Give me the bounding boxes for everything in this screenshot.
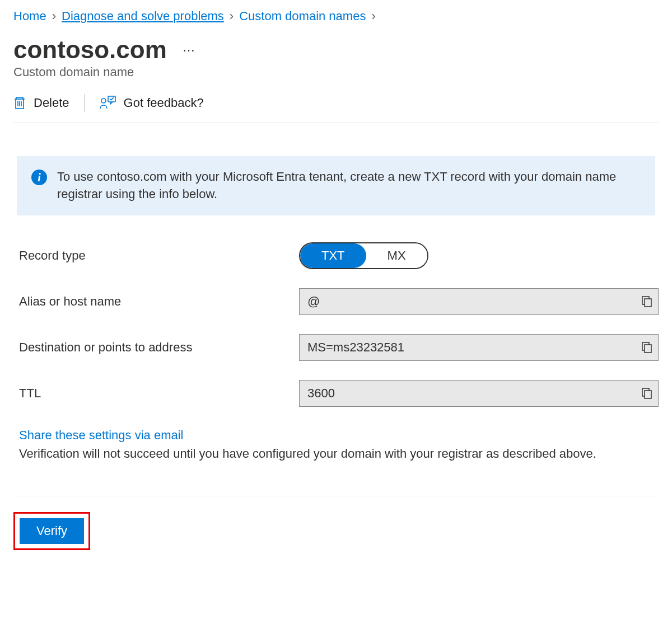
- alias-field: @: [299, 288, 659, 315]
- record-type-txt[interactable]: TXT: [300, 243, 366, 268]
- feedback-button[interactable]: Got feedback?: [99, 96, 204, 110]
- record-type-label: Record type: [19, 248, 299, 263]
- destination-label: Destination or points to address: [19, 340, 299, 355]
- alias-label: Alias or host name: [19, 294, 299, 309]
- page-subtitle: Custom domain name: [13, 65, 659, 79]
- feedback-icon: [99, 96, 116, 110]
- destination-field: MS=ms23232581: [299, 334, 659, 361]
- info-banner: i To use contoso.com with your Microsoft…: [17, 156, 655, 215]
- breadcrumb: Home › Diagnose and solve problems › Cus…: [13, 9, 659, 24]
- copy-icon[interactable]: [641, 341, 652, 354]
- more-actions-button[interactable]: ⋯: [183, 43, 195, 58]
- svg-rect-4: [645, 345, 651, 353]
- delete-label: Delete: [34, 96, 69, 110]
- verify-button[interactable]: Verify: [20, 518, 84, 544]
- breadcrumb-diagnose[interactable]: Diagnose and solve problems: [62, 9, 224, 24]
- ttl-label: TTL: [19, 386, 299, 401]
- chevron-right-icon: ›: [371, 9, 375, 24]
- svg-point-1: [101, 98, 106, 103]
- svg-rect-5: [645, 391, 651, 398]
- record-type-mx[interactable]: MX: [366, 243, 427, 268]
- trash-icon: [13, 96, 26, 110]
- copy-icon[interactable]: [641, 295, 652, 308]
- ttl-field: 3600: [299, 380, 659, 407]
- copy-icon[interactable]: [641, 387, 652, 400]
- alias-value: @: [307, 294, 320, 309]
- footer-bar: Verify: [13, 496, 659, 550]
- highlight-box: Verify: [13, 512, 90, 550]
- breadcrumb-home[interactable]: Home: [13, 9, 46, 24]
- svg-rect-3: [645, 299, 651, 307]
- record-type-toggle[interactable]: TXT MX: [299, 242, 428, 269]
- toolbar-separator: [84, 94, 85, 112]
- delete-button[interactable]: Delete: [13, 96, 69, 110]
- info-icon: i: [31, 170, 47, 185]
- info-text: To use contoso.com with your Microsoft E…: [57, 168, 641, 203]
- toolbar: Delete Got feedback?: [13, 94, 659, 123]
- page-title: contoso.com: [13, 36, 167, 64]
- share-email-link[interactable]: Share these settings via email: [19, 428, 184, 443]
- feedback-label: Got feedback?: [124, 96, 204, 110]
- ttl-value: 3600: [307, 386, 335, 401]
- chevron-right-icon: ›: [52, 9, 56, 24]
- chevron-right-icon: ›: [230, 9, 234, 24]
- dns-settings-form: Record type TXT MX Alias or host name @ …: [13, 242, 659, 463]
- destination-value: MS=ms23232581: [307, 340, 404, 355]
- breadcrumb-custom-domains[interactable]: Custom domain names: [239, 9, 366, 24]
- verify-note: Verification will not succeed until you …: [19, 445, 659, 463]
